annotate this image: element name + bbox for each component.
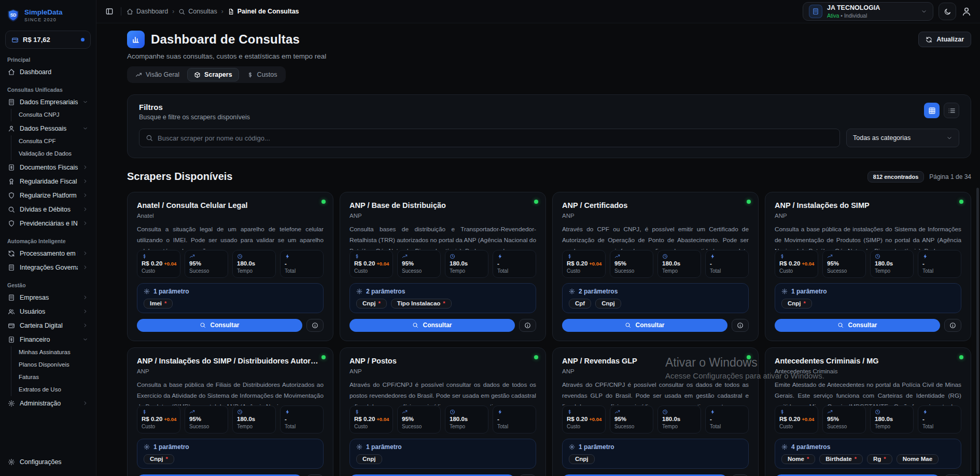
- stat-box: R$ 0.20+0.04 Custo: [775, 405, 818, 433]
- chart-icon: [131, 35, 141, 44]
- sidebar-toggle-button[interactable]: [103, 5, 116, 18]
- user-menu-icon[interactable]: [961, 6, 972, 17]
- tab-visao-geral[interactable]: Visão Geral: [129, 68, 186, 81]
- stat-value: R$ 0.20: [142, 416, 162, 422]
- parameter-chip: Cnpj: [569, 454, 595, 464]
- scraper-card: Antecedentes Criminais / MG Antecedentes…: [765, 347, 971, 476]
- stat-value: 180.0s: [450, 260, 468, 267]
- breadcrumb-item[interactable]: Dashboard: [127, 8, 168, 15]
- grid-icon: [928, 107, 936, 115]
- sidebar-section-label: Gestão: [7, 282, 89, 288]
- info-button[interactable]: [732, 319, 749, 332]
- info-button[interactable]: [519, 319, 536, 332]
- tab-custos[interactable]: Custos: [240, 68, 284, 81]
- stat-extra: +0.04: [589, 416, 601, 422]
- scraper-card: ANP / Certificados ANP Através do CPF ou…: [552, 192, 759, 341]
- wallet-balance-card[interactable]: R$ 17,62: [5, 31, 91, 49]
- company-selector[interactable]: JA TECNOLOGIA Ativa • Individual: [803, 2, 933, 21]
- trend-icon: [189, 254, 195, 259]
- chevron-down-icon: [82, 337, 88, 342]
- clock-icon: [450, 409, 455, 415]
- sidebar-item-consulta-cnpj[interactable]: Consulta CNPJ: [11, 109, 91, 121]
- gear-icon: [144, 288, 150, 295]
- sidebar-item-dashboard[interactable]: Dashboard: [5, 65, 91, 79]
- refresh-button[interactable]: Atualizar: [918, 32, 971, 47]
- sidebar-item-administracao[interactable]: Administração: [5, 396, 91, 410]
- card-stats: R$ 0.20+0.04 Custo 95% Sucesso 180.0s Te…: [562, 250, 749, 278]
- sidebar-item-extratos-de-uso[interactable]: Extratos de Uso: [11, 384, 91, 396]
- sidebar-nav: Principal Dashboard Consultas Unificadas…: [5, 49, 91, 455]
- scraper-card: ANP / Base de Distribuição ANP Consulta …: [340, 192, 546, 341]
- stat-label: Total: [285, 424, 319, 429]
- sidebar-item-integracoes-governamentais[interactable]: Integrações Governamentais: [5, 260, 91, 274]
- consult-button[interactable]: Consultar: [775, 319, 940, 332]
- vertical-scrollbar[interactable]: [976, 188, 979, 474]
- card-stats: R$ 0.20+0.04 Custo 95% Sucesso 180.0s Te…: [349, 250, 536, 278]
- sidebar-item-empresas[interactable]: Empresas: [5, 290, 91, 304]
- lightning-icon: [285, 254, 290, 259]
- trend-icon: [614, 409, 620, 415]
- consult-button[interactable]: Consultar: [562, 319, 727, 332]
- sidebar-item-faturas[interactable]: Faturas: [11, 371, 91, 384]
- chevron-right-icon: [82, 164, 88, 170]
- topbar: Dashboard › Consultas › Painel de Consul…: [96, 0, 980, 23]
- breadcrumb: Dashboard › Consultas › Painel de Consul…: [127, 8, 299, 15]
- trend-icon: [827, 254, 833, 259]
- parameter-chip: Cnpj: [356, 454, 382, 464]
- stat-box: 95% Sucesso: [610, 405, 653, 433]
- stat-box: 180.0s Tempo: [232, 250, 276, 278]
- parameters-count-label: 2 parâmetros: [366, 288, 405, 295]
- sidebar-item-planos-disponiveis[interactable]: Planos Disponíveis: [11, 359, 91, 371]
- card-description: Emite Atestado de Antecedentes no portal…: [775, 380, 961, 405]
- building-icon: [8, 99, 15, 106]
- category-select[interactable]: Todas as categorias: [846, 129, 959, 147]
- sidebar-item-regularidade-fiscal[interactable]: Regularidade Fiscal: [5, 174, 91, 188]
- sidebar-item-dados-pessoais[interactable]: Dados Pessoais: [5, 121, 91, 135]
- consult-button[interactable]: Consultar: [137, 319, 302, 332]
- company-name: JA TECNOLOGIA: [827, 4, 880, 12]
- brand-logo[interactable]: SD SimpleData SINCE 2020: [5, 6, 91, 24]
- brand-name: SimpleData: [24, 8, 63, 16]
- sidebar-item-carteira-digital[interactable]: Carteira Digital: [5, 318, 91, 332]
- sidebar-item-regularize-platform[interactable]: Regularize Platform: [5, 188, 91, 202]
- trend-icon: [402, 254, 408, 259]
- sidebar-item-previdenciarias-e-inss[interactable]: Previdenciárias e INSS: [5, 216, 91, 230]
- lightning-icon: [497, 254, 503, 259]
- chevron-right-icon: [82, 220, 88, 226]
- info-button[interactable]: [944, 319, 961, 332]
- stat-label: Total: [922, 424, 957, 429]
- sidebar-item-validacao-de-dados[interactable]: Validação de Dados: [11, 148, 91, 160]
- scraper-search-input[interactable]: [158, 134, 833, 142]
- parameter-chip: Rg *: [867, 454, 892, 464]
- card-parameters: 1 parâmetro Cnpj *: [137, 439, 324, 469]
- receipt-icon: [8, 336, 15, 343]
- sidebar-item-usuarios[interactable]: Usuários: [5, 304, 91, 318]
- card-description: Através do CPF/CNPJ é possível consultar…: [562, 380, 749, 405]
- sidebar-item-configuracoes[interactable]: Configurações: [5, 455, 91, 469]
- card-source: ANP: [349, 213, 536, 219]
- main-area: Dashboard › Consultas › Painel de Consul…: [96, 0, 980, 476]
- theme-toggle-button[interactable]: [939, 3, 956, 20]
- sidebar-item-financeiro[interactable]: Financeiro: [5, 332, 91, 346]
- stat-value: 95%: [614, 260, 626, 267]
- company-status: Ativa • Individual: [827, 12, 880, 19]
- list-view-button[interactable]: [944, 103, 959, 118]
- category-selected-value: Todas as categorias: [853, 134, 911, 142]
- stat-box: R$ 0.20+0.04 Custo: [562, 250, 606, 278]
- tab-scrapers[interactable]: Scrapers: [187, 68, 239, 81]
- sidebar-item-dados-empresariais[interactable]: Dados Empresariais: [5, 95, 91, 109]
- breadcrumb-item[interactable]: Consultas: [178, 8, 217, 15]
- card-parameters: 1 parâmetro Cnpj: [349, 439, 536, 469]
- info-button[interactable]: [306, 319, 324, 332]
- stat-value: 180.0s: [237, 260, 255, 267]
- stat-value: 180.0s: [662, 260, 680, 267]
- sidebar-item-dividas-e-debitos[interactable]: Dívidas e Débitos: [5, 202, 91, 216]
- consult-button[interactable]: Consultar: [349, 319, 515, 332]
- sidebar-item-minhas-assinaturas[interactable]: Minhas Assinaturas: [11, 346, 91, 359]
- sidebar-item-documentos-fiscais[interactable]: Documentos Fiscais: [5, 160, 91, 174]
- grid-view-button[interactable]: [924, 103, 940, 118]
- required-asterisk: *: [164, 300, 166, 306]
- sidebar-item-processamento-em-lote[interactable]: Processamento em Lote: [5, 246, 91, 260]
- trend-icon: [827, 409, 833, 415]
- sidebar-item-consulta-cpf[interactable]: Consulta CPF: [11, 135, 91, 148]
